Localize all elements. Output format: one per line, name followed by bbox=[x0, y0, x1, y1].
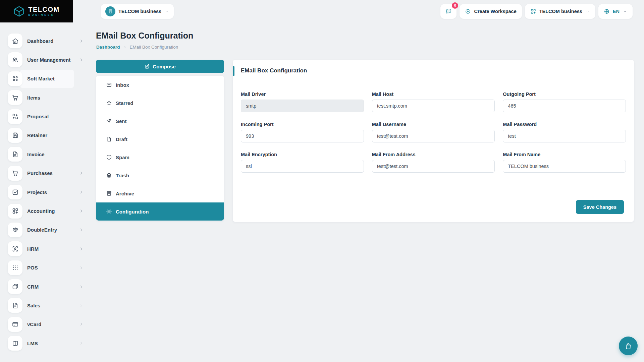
sidebar-item-projects[interactable]: Projects bbox=[8, 185, 84, 199]
sidebar-item-user-management[interactable]: User Management bbox=[8, 52, 84, 67]
building-icon bbox=[108, 8, 113, 14]
folder-item-archive[interactable]: Archive bbox=[96, 184, 224, 202]
dots-grid-icon bbox=[8, 260, 22, 275]
home-icon bbox=[8, 34, 22, 48]
field-input-mail-from-address[interactable] bbox=[372, 160, 495, 173]
compose-button[interactable]: Compose bbox=[96, 60, 224, 73]
grid-swap-icon bbox=[8, 109, 22, 124]
brand-subtitle: BUSINESS bbox=[28, 13, 59, 16]
folder-item-inbox[interactable]: Inbox bbox=[96, 76, 224, 94]
chat-icon bbox=[445, 8, 452, 15]
field-label: Outgoing Port bbox=[503, 92, 626, 97]
sidebar-item-doubleentry[interactable]: DoubleEntry bbox=[8, 223, 84, 237]
sidebar-item-sales[interactable]: Sales bbox=[8, 298, 84, 313]
sidebar-item-label: Soft Market bbox=[27, 76, 55, 81]
credit-card-icon bbox=[8, 317, 22, 332]
field-input-mail-from-name[interactable] bbox=[503, 160, 626, 173]
sidebar-item-lms[interactable]: LMS bbox=[8, 336, 84, 351]
field-input-outgoing-port[interactable] bbox=[503, 100, 626, 112]
field-input-mail-host[interactable] bbox=[372, 100, 495, 112]
form-field-mail-username: Mail Username bbox=[372, 122, 495, 142]
chevron-down-icon bbox=[623, 9, 627, 14]
sidebar-item-invoice[interactable]: Invoice bbox=[8, 147, 84, 162]
sidebar-item-proposal[interactable]: Proposal bbox=[8, 109, 84, 124]
language-code: EN bbox=[613, 9, 620, 14]
field-input-mail-encryption[interactable] bbox=[241, 160, 364, 173]
field-input-mail-password[interactable] bbox=[503, 130, 626, 142]
floating-shop-button[interactable] bbox=[619, 337, 638, 355]
breadcrumb-current: EMail Box Configuration bbox=[130, 45, 178, 50]
field-label: Mail Driver bbox=[241, 92, 364, 97]
sidebar-item-purchases[interactable]: Purchases bbox=[8, 166, 84, 181]
sidebar-item-label: Purchases bbox=[27, 170, 53, 176]
chevron-right-icon bbox=[79, 247, 84, 251]
check-square-icon bbox=[8, 185, 22, 199]
sidebar-item-vcard[interactable]: vCard bbox=[8, 317, 84, 332]
file-draft-icon bbox=[106, 136, 112, 142]
workspace-selector[interactable]: TELCOM business bbox=[101, 4, 174, 19]
folder-item-trash[interactable]: Trash bbox=[96, 166, 224, 184]
folder-label: Spam bbox=[116, 155, 129, 160]
scale-icon bbox=[8, 223, 22, 237]
brand-text: TELCOM BUSINESS bbox=[28, 6, 59, 16]
field-label: Mail From Name bbox=[503, 152, 626, 157]
sidebar-item-pos[interactable]: POS bbox=[8, 260, 84, 275]
sidebar-item-label: Sales bbox=[27, 303, 40, 308]
folder-item-starred[interactable]: Starred bbox=[96, 94, 224, 112]
folder-item-sent[interactable]: Sent bbox=[96, 112, 224, 130]
chevron-right-icon bbox=[79, 190, 84, 194]
card-header: EMail Box Configuration bbox=[233, 60, 634, 82]
workspace-switcher[interactable]: TELCOM business bbox=[525, 4, 595, 19]
workspace-switcher-label: TELCOM business bbox=[539, 9, 582, 14]
language-selector[interactable]: EN bbox=[598, 4, 633, 19]
trash-icon bbox=[106, 172, 112, 178]
cart-icon bbox=[8, 90, 22, 105]
sidebar-item-label: Dashboard bbox=[27, 38, 53, 44]
save-changes-button[interactable]: Save Changes bbox=[576, 200, 624, 214]
sidebar-item-label: POS bbox=[27, 265, 38, 270]
sidebar-item-crm[interactable]: CRM bbox=[8, 279, 84, 294]
sidebar-item-accounting[interactable]: Accounting bbox=[8, 204, 84, 219]
folder-label: Archive bbox=[116, 191, 134, 196]
compose-icon bbox=[144, 64, 150, 69]
sidebar-item-label: HRM bbox=[27, 246, 39, 252]
folder-item-spam[interactable]: Spam bbox=[96, 148, 224, 166]
field-label: Mail Host bbox=[372, 92, 495, 97]
chevron-right-icon bbox=[79, 39, 84, 43]
field-input-incoming-port[interactable] bbox=[241, 130, 364, 142]
folder-label: Draft bbox=[116, 136, 127, 142]
brand-logo[interactable]: TELCOM BUSINESS bbox=[0, 0, 73, 22]
sidebar-item-label: Items bbox=[27, 95, 40, 101]
field-label: Mail Password bbox=[503, 122, 626, 127]
sidebar-item-dashboard[interactable]: Dashboard bbox=[8, 34, 84, 48]
sidebar-item-label: vCard bbox=[27, 321, 42, 327]
folder-label: Sent bbox=[116, 118, 127, 124]
grid-circles-icon bbox=[8, 71, 22, 86]
folder-label: Inbox bbox=[116, 82, 129, 88]
folder-item-draft[interactable]: Draft bbox=[96, 130, 224, 148]
user-scan-icon bbox=[8, 241, 22, 256]
sidebar-item-label: Retainer bbox=[27, 132, 47, 138]
field-input-mail-username[interactable] bbox=[372, 130, 495, 142]
sidebar-item-retainer[interactable]: Retainer bbox=[8, 128, 84, 143]
workspace-selector-label: TELCOM business bbox=[118, 9, 161, 14]
mail-icon bbox=[106, 82, 112, 88]
sidebar-item-soft-market[interactable]: Soft Market bbox=[8, 71, 84, 86]
form-field-mail-encryption: Mail Encryption bbox=[241, 152, 364, 173]
chevron-right-icon bbox=[79, 285, 84, 289]
mailbox-config-card: EMail Box Configuration Mail DriverMail … bbox=[233, 60, 634, 222]
breadcrumb-dashboard-link[interactable]: Dashboard bbox=[96, 45, 120, 50]
create-workspace-button[interactable]: Create Workspace bbox=[460, 4, 522, 19]
sidebar-item-hrm[interactable]: HRM bbox=[8, 241, 84, 256]
users-icon bbox=[8, 52, 22, 67]
messages-button[interactable]: 0 bbox=[440, 4, 457, 19]
cart-icon bbox=[8, 166, 22, 181]
sidebar-item-label: LMS bbox=[27, 341, 38, 346]
sidebar-item-label: Projects bbox=[27, 189, 47, 195]
folder-item-configuration[interactable]: Configuration bbox=[96, 202, 224, 221]
app-root: TELCOM BUSINESS TELCOM business 0 Create… bbox=[0, 0, 644, 362]
chevron-down-icon bbox=[164, 9, 169, 14]
sidebar-item-items[interactable]: Items bbox=[8, 90, 84, 105]
chevron-down-icon bbox=[585, 9, 590, 14]
messages-badge: 0 bbox=[452, 2, 458, 9]
